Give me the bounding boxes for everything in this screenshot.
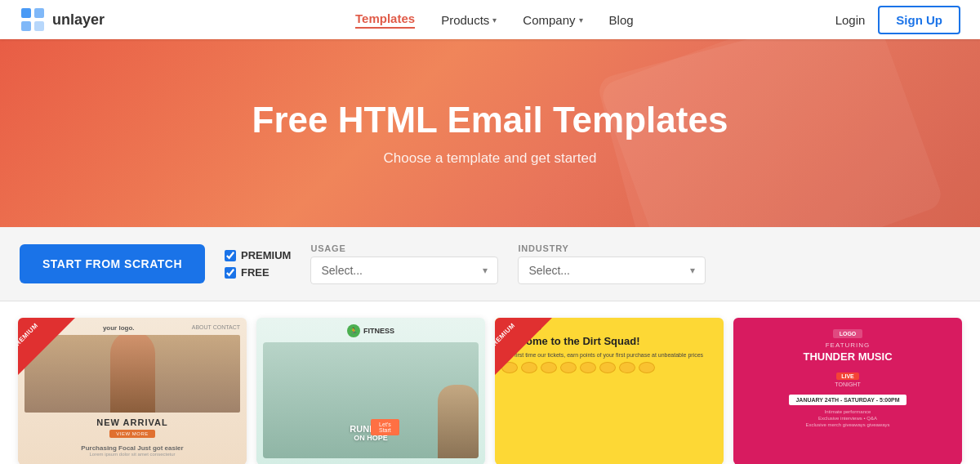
card-2-runner-shape: [438, 385, 479, 458]
lemon-5: [580, 362, 596, 373]
brand-name: unlayer: [52, 11, 105, 29]
usage-select[interactable]: Select... ▾: [310, 257, 498, 284]
company-chevron-icon: ▾: [579, 16, 583, 25]
industry-select[interactable]: Select... ▾: [518, 257, 706, 284]
card-4-title: THUNDER MUSIC: [740, 350, 956, 364]
nav-templates[interactable]: Templates: [355, 11, 415, 29]
nav-actions: Login Sign Up: [835, 6, 960, 34]
lemon-8: [639, 362, 655, 373]
premium-checkbox[interactable]: [225, 250, 236, 261]
card-2-logo: 🏃 FITNESS: [347, 324, 394, 337]
card-2-photo: RUNNING ON HOPE Let's Start: [263, 342, 479, 458]
card-2-content: 🏃 FITNESS RUNNING ON HOPE Let's Start: [256, 318, 485, 464]
template-card-4[interactable]: LOGO FEATURING THUNDER MUSIC LIVE TONIGH…: [733, 318, 962, 464]
nav-blog[interactable]: Blog: [609, 13, 634, 27]
card-1-logo: your logo.: [103, 324, 135, 332]
card-4-tonight: TONIGHT: [740, 381, 956, 387]
login-button[interactable]: Login: [835, 13, 866, 27]
card-4-details: Intimate performanceExclusive interviews…: [740, 408, 956, 429]
card-4-logo: LOGO: [833, 329, 863, 338]
usage-chevron-icon: ▾: [483, 265, 488, 276]
hero-title: Free HTML Email Templates: [252, 100, 728, 141]
industry-select-value: Select...: [528, 264, 570, 277]
svg-rect-1: [34, 8, 44, 18]
start-from-scratch-button[interactable]: START FROM SCRATCH: [20, 244, 205, 283]
navigation: unlayer Templates Products ▾ Company ▾ B…: [0, 0, 980, 39]
nav-links: Templates Products ▾ Company ▾ Blog: [355, 11, 634, 29]
tier-checkboxes: PREMIUM FREE: [225, 249, 291, 279]
card-1-nav: ABOUT CONTACT: [192, 324, 240, 332]
industry-filter-label: INDUSTRY: [518, 243, 706, 253]
templates-grid: PREMIUM SERIES your logo. ABOUT CONTACT …: [0, 301, 980, 464]
usage-filter-group: USAGE Select... ▾: [310, 243, 498, 284]
card-4-featuring: FEATURING: [740, 341, 956, 349]
card-4-date: JANUARY 24TH - SATURDAY - 5:00PM: [789, 395, 906, 405]
card-1-tagline: Purchasing Focal Just got easier: [24, 444, 240, 452]
template-card-3[interactable]: PREMIUM YOUR LOGO Welcome to the Dirt Sq…: [495, 318, 724, 464]
card-4-live-badge: LIVE: [836, 373, 859, 380]
card-1-text: NEW ARRIVAL VIEW MORE: [24, 413, 240, 441]
premium-checkbox-label[interactable]: PREMIUM: [225, 249, 291, 261]
lemon-7: [619, 362, 635, 373]
card-1-title: NEW ARRIVAL: [28, 417, 237, 427]
free-checkbox-label[interactable]: FREE: [225, 266, 291, 279]
hero-section: Free HTML Email Templates Choose a templ…: [0, 39, 980, 227]
card-4-content: LOGO FEATURING THUNDER MUSIC LIVE TONIGH…: [733, 318, 962, 464]
svg-rect-3: [34, 21, 44, 31]
card-1-desc: Lorem ipsum dolor sit amet consectetur: [24, 452, 240, 458]
svg-rect-0: [21, 8, 31, 18]
svg-rect-2: [21, 21, 31, 31]
industry-chevron-icon: ▾: [690, 265, 695, 276]
industry-filter-group: INDUSTRY Select... ▾: [518, 243, 706, 284]
filter-bar: START FROM SCRATCH PREMIUM FREE USAGE Se…: [0, 227, 980, 301]
template-card-1[interactable]: PREMIUM SERIES your logo. ABOUT CONTACT …: [18, 318, 247, 464]
card-1-cta[interactable]: VIEW MORE: [109, 430, 155, 438]
premium-badge-text-3: PREMIUM: [495, 322, 516, 351]
premium-badge-text-1: PREMIUM: [18, 322, 39, 351]
signup-button[interactable]: Sign Up: [878, 6, 960, 34]
lemon-4: [560, 362, 577, 373]
unlayer-logo-icon: [20, 7, 46, 33]
brand-logo[interactable]: unlayer: [20, 7, 105, 33]
free-checkbox[interactable]: [225, 267, 236, 279]
usage-filter-label: USAGE: [310, 243, 498, 253]
products-chevron-icon: ▾: [492, 16, 497, 25]
hero-subtitle: Choose a template and get started: [384, 150, 597, 167]
card-2-overlay: RUNNING ON HOPE Let's Start: [350, 424, 391, 442]
premium-badge-1: PREMIUM: [18, 318, 75, 375]
premium-badge-3: PREMIUM: [495, 318, 552, 375]
nav-products[interactable]: Products ▾: [441, 13, 497, 27]
usage-select-value: Select...: [321, 264, 363, 277]
card-1-person-shape: [110, 335, 155, 413]
template-card-2[interactable]: 🏃 FITNESS RUNNING ON HOPE Let's Start: [256, 318, 485, 464]
card-2-logo-text: FITNESS: [363, 327, 394, 335]
nav-company[interactable]: Company ▾: [523, 13, 582, 27]
lemon-6: [599, 362, 616, 373]
card-2-logo-icon: 🏃: [347, 324, 360, 337]
card-2-cta[interactable]: Let's Start: [371, 419, 399, 435]
